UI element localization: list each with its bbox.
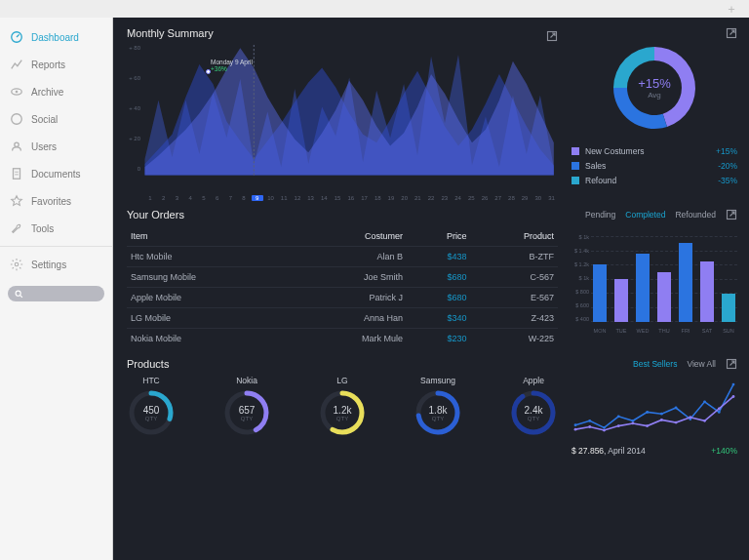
add-icon[interactable]: ＋: [726, 1, 737, 18]
monthly-summary-panel: Monthly Summary + 80+ 60+ 40+ 200 Monday…: [127, 27, 558, 201]
donut-panel: +15% Avg New Costumers+15%Sales-20%Refou…: [572, 27, 737, 201]
table-row[interactable]: LG MobileAnna Han$340Z-423: [127, 308, 558, 329]
documents-icon: [10, 167, 23, 180]
products-tab-best-sellers[interactable]: Best Sellers: [633, 359, 677, 369]
settings-icon: [10, 258, 23, 271]
svg-point-43: [675, 421, 678, 424]
svg-point-40: [632, 422, 635, 425]
products-panel: Products HTC 450QTY Nokia 657QTY: [127, 358, 558, 456]
orders-tab-refounded[interactable]: Refounded: [675, 210, 716, 220]
bar-chart: $ 1k$ 1.4k$ 1.2k$ 1k$ 800$ 600$ 400 MONT…: [572, 226, 737, 334]
table-row[interactable]: Samsung MobileJoe Smith$680C-567: [127, 267, 558, 288]
orders-tab-pending[interactable]: Pending: [585, 210, 615, 220]
main-content: Monthly Summary + 80+ 60+ 40+ 200 Monday…: [113, 18, 749, 560]
archive-icon: [10, 85, 23, 99]
area-tooltip: Monday 9 April +36%: [211, 59, 253, 72]
svg-point-42: [660, 419, 663, 421]
dashboard-icon: [10, 30, 23, 44]
reports-icon: [10, 58, 23, 71]
svg-point-4: [15, 142, 19, 146]
svg-point-25: [588, 420, 591, 422]
bar: [722, 294, 735, 322]
tools-icon: [10, 221, 23, 235]
svg-point-30: [660, 413, 663, 416]
svg-point-31: [675, 407, 678, 410]
expand-icon[interactable]: [726, 27, 737, 39]
sidebar-item-reports[interactable]: Reports: [0, 51, 112, 78]
donut-value: +15%: [638, 76, 671, 91]
svg-point-39: [617, 424, 620, 427]
donut-chart: +15% Avg: [606, 39, 703, 137]
expand-icon[interactable]: [726, 358, 737, 370]
svg-rect-5: [14, 169, 20, 180]
table-row[interactable]: Apple MobilePatrick J$680E-567: [127, 288, 558, 308]
svg-point-6: [15, 262, 19, 266]
svg-point-47: [732, 395, 735, 398]
table-row[interactable]: Nokia MobileMark Mule$230W-225: [127, 329, 558, 349]
svg-point-34: [718, 411, 721, 414]
sidebar-item-users[interactable]: Users: [0, 133, 112, 160]
product-ring-htc[interactable]: HTC 450QTY: [127, 376, 176, 437]
svg-point-7: [16, 291, 20, 296]
products-title: Products: [127, 358, 558, 370]
favorites-icon: [10, 194, 23, 208]
svg-point-38: [603, 429, 606, 432]
sidebar-item-label: Dashboard: [31, 32, 79, 43]
expand-icon[interactable]: [546, 30, 558, 42]
bar-panel: PendingCompletedRefounded $ 1k$ 1.4k$ 1.…: [572, 209, 737, 348]
product-ring-apple[interactable]: Apple 2.4kQTY: [509, 376, 558, 437]
bar: [636, 254, 650, 322]
sidebar-item-label: Favorites: [31, 196, 71, 207]
sidebar-item-label: Documents: [31, 169, 81, 180]
sidebar-item-label: Users: [31, 141, 57, 152]
line-panel: Best SellersView All $ 27.856, April 201…: [572, 358, 737, 456]
orders-col: Item: [127, 226, 295, 247]
product-ring-lg[interactable]: LG 1.2kQTY: [318, 376, 367, 437]
products-tab-view-all[interactable]: View All: [687, 359, 716, 369]
product-ring-samsung[interactable]: Samsung 1.8kQTY: [414, 376, 462, 437]
sidebar-item-favorites[interactable]: Favorites: [0, 187, 112, 215]
sidebar-item-archive[interactable]: Archive: [0, 78, 112, 105]
sidebar-item-dashboard[interactable]: Dashboard: [0, 23, 112, 51]
bar: [657, 272, 671, 322]
tooltip-date: Monday 9 April: [211, 59, 253, 65]
table-row[interactable]: Htc MobileAlan B$438B-ZTF: [127, 247, 558, 267]
sidebar-item-documents[interactable]: Documents: [0, 160, 112, 187]
bar: [614, 279, 628, 322]
legend-row: Refound-35%: [572, 176, 737, 185]
area-x-ticks: 1234567891011121314151617181920212223242…: [144, 195, 558, 201]
sidebar-item-label: Tools: [31, 223, 54, 234]
svg-point-3: [12, 114, 22, 125]
svg-point-45: [703, 420, 706, 422]
svg-point-37: [588, 425, 591, 428]
svg-point-27: [617, 415, 620, 418]
svg-point-35: [732, 383, 735, 386]
orders-table: ItemCostumerPriceProduct Htc MobileAlan …: [127, 226, 558, 348]
sidebar-item-label: Reports: [31, 60, 65, 70]
sidebar-item-social[interactable]: Social: [0, 105, 112, 133]
bar: [679, 243, 692, 322]
svg-line-8: [20, 295, 22, 297]
expand-icon[interactable]: [726, 209, 737, 220]
svg-point-26: [603, 426, 606, 429]
social-icon: [10, 112, 23, 126]
bar: [700, 261, 714, 322]
product-ring-nokia[interactable]: Nokia 657QTY: [222, 376, 271, 437]
sidebar-item-settings[interactable]: Settings: [0, 251, 112, 278]
svg-point-28: [632, 420, 635, 422]
svg-point-36: [574, 428, 577, 431]
orders-col: Costumer: [295, 226, 407, 247]
monthly-summary-title: Monthly Summary: [127, 27, 214, 39]
svg-point-41: [646, 424, 649, 427]
svg-point-46: [718, 407, 721, 410]
sidebar-item-label: Social: [31, 114, 58, 125]
sidebar-item-label: Settings: [31, 260, 66, 270]
search-icon: [15, 290, 23, 299]
donut-legend: New Costumers+15%Sales-20%Refound-35%: [572, 146, 737, 185]
orders-panel: Your Orders ItemCostumerPriceProduct Htc…: [127, 209, 558, 348]
trend-change: +140%: [711, 446, 737, 456]
window-titlebar: ＋: [0, 0, 749, 18]
orders-tab-completed[interactable]: Completed: [625, 210, 665, 220]
sidebar-item-tools[interactable]: Tools: [0, 215, 112, 242]
search-input[interactable]: [8, 286, 104, 301]
